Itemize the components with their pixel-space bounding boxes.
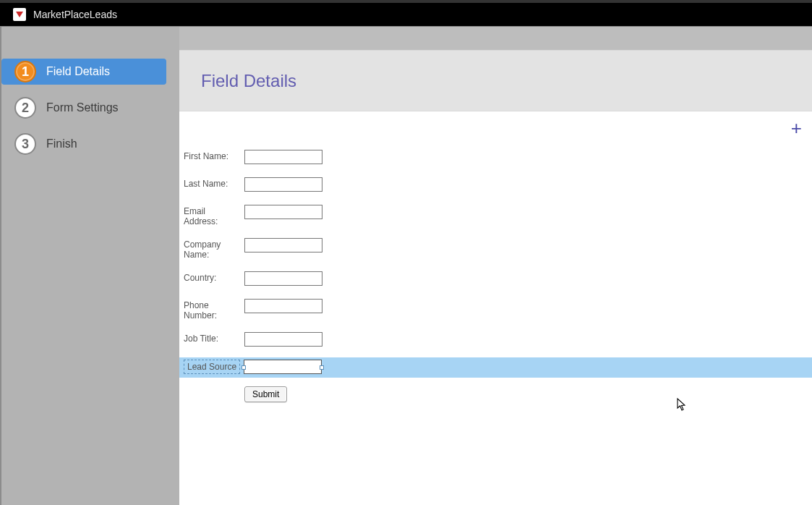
add-field-button[interactable]: + (791, 119, 802, 137)
label-country: Country: (184, 271, 242, 283)
input-job-title[interactable] (244, 332, 322, 347)
app-title: MarketPlaceLeads (33, 9, 117, 20)
resize-handle-right[interactable] (320, 365, 324, 370)
input-email[interactable] (244, 205, 322, 219)
label-lead-source[interactable]: Lead Source (184, 360, 240, 374)
submit-button[interactable]: Submit (244, 386, 287, 402)
input-phone[interactable] (244, 299, 322, 313)
input-lead-source[interactable] (244, 360, 322, 374)
field-row-last-name[interactable]: Last Name: (179, 175, 812, 195)
title-bar: MarketPlaceLeads (0, 0, 812, 26)
step-number-3: 3 (14, 133, 36, 155)
input-first-name[interactable] (244, 150, 322, 164)
input-country[interactable] (244, 271, 322, 286)
field-row-job-title[interactable]: Job Title: (179, 330, 812, 350)
step-label-1: Field Details (46, 65, 110, 78)
label-phone: Phone Number: (184, 299, 242, 321)
field-row-country[interactable]: Country: (179, 269, 812, 289)
step-finish[interactable]: 3 Finish (1, 131, 179, 157)
field-row-lead-source-selected[interactable]: Lead Source (179, 357, 812, 378)
panel-title: Field Details (201, 71, 296, 91)
submit-row: Submit (179, 378, 812, 402)
input-last-name[interactable] (244, 177, 322, 192)
field-row-company[interactable]: Company Name: (179, 236, 812, 262)
step-form-settings[interactable]: 2 Form Settings (1, 95, 179, 121)
toolbar-strip (179, 27, 812, 50)
step-label-3: Finish (46, 137, 77, 150)
step-field-details[interactable]: 1 Field Details (1, 59, 166, 85)
label-first-name: First Name: (184, 150, 242, 161)
label-job-title: Job Title: (184, 332, 242, 344)
form-canvas: + First Name: Last Name: Email Address: … (179, 111, 812, 505)
field-row-phone[interactable]: Phone Number: (179, 297, 812, 323)
step-number-1: 1 (14, 61, 36, 82)
plus-icon: + (791, 117, 802, 139)
form-fields-area: First Name: Last Name: Email Address: Co… (179, 111, 812, 402)
input-company[interactable] (244, 238, 322, 252)
resize-handle-left[interactable] (242, 365, 246, 370)
app-icon (13, 8, 26, 21)
field-row-first-name[interactable]: First Name: (179, 148, 812, 168)
label-company: Company Name: (184, 238, 242, 260)
panel-header: Field Details (179, 50, 812, 111)
label-last-name: Last Name: (184, 177, 242, 189)
step-label-2: Form Settings (46, 101, 119, 114)
label-email: Email Address: (184, 205, 242, 226)
steps-sidebar: 1 Field Details 2 Form Settings 3 Finish (1, 27, 179, 505)
field-row-email[interactable]: Email Address: (179, 203, 812, 229)
step-number-2: 2 (14, 97, 36, 119)
